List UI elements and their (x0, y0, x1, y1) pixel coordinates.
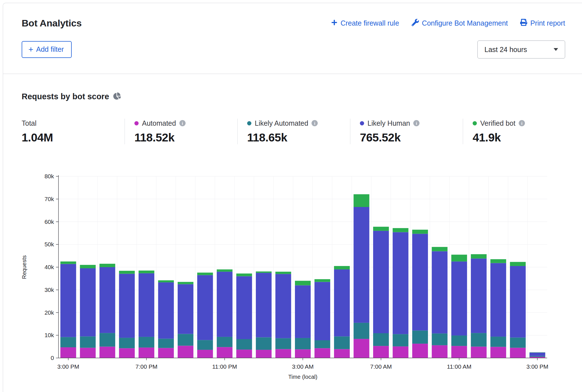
bar-segment (217, 337, 233, 347)
bar-segment (236, 339, 252, 350)
wrench-icon (412, 19, 419, 28)
legend-dot-likely-automated (247, 121, 251, 125)
x-tick-label: 7:00 PM (136, 363, 157, 370)
action-label: Create firewall rule (340, 19, 399, 27)
bar-segment (256, 337, 272, 350)
bar-segment (334, 349, 350, 358)
legend-dot-automated (134, 121, 139, 125)
create-firewall-rule-link[interactable]: Create firewall rule (331, 19, 399, 27)
action-label: Print report (530, 19, 565, 27)
bar-segment (393, 346, 409, 358)
bar-segment (334, 266, 350, 269)
bar-segment (490, 347, 506, 358)
legend-dot-verified-bot (473, 121, 477, 125)
print-report-link[interactable]: Print report (520, 19, 565, 28)
bar-segment (80, 348, 96, 358)
configure-bot-management-link[interactable]: Configure Bot Management (412, 19, 508, 28)
stat-value: 1.04M (22, 131, 125, 144)
bar-segment (471, 347, 487, 358)
bar-segment (393, 228, 409, 232)
info-icon[interactable]: i (519, 120, 525, 126)
bar-segment (139, 348, 154, 358)
bar-segment (139, 337, 154, 348)
y-axis-title: Requests (22, 255, 27, 279)
info-icon[interactable]: i (312, 120, 318, 126)
bar-segment (119, 271, 135, 274)
bar-segment (451, 346, 467, 358)
bar-segment (490, 337, 506, 347)
bar-segment (100, 333, 115, 346)
bar-segment (334, 336, 350, 349)
bar-segment (256, 350, 272, 358)
y-tick-label: 0 (51, 355, 54, 361)
bar-segment (80, 336, 96, 348)
time-range-value: Last 24 hours (484, 46, 527, 54)
bar-segment (217, 272, 233, 337)
bar-segment (100, 264, 115, 267)
requests-by-bot-score-section: Requests by bot score Total 1.04M Automa… (3, 74, 582, 384)
pie-chart-icon (113, 92, 121, 101)
y-tick-label: 60k (44, 218, 54, 225)
bar-segment (373, 346, 389, 358)
x-tick-label: 11:00 PM (212, 363, 237, 370)
bar-segment (529, 353, 545, 356)
requests-chart[interactable]: 010k20k30k40k50k60k70k80k3:00 PM7:00 PM1… (22, 169, 565, 384)
bar-segment (432, 251, 448, 333)
info-icon[interactable]: i (413, 120, 419, 126)
section-title: Requests by bot score (22, 92, 109, 101)
bar-segment (451, 335, 467, 346)
add-filter-button[interactable]: + Add filter (22, 41, 72, 58)
stat-verified-bot: Verified bot i 41.9k (463, 119, 525, 144)
bar-segment (432, 334, 448, 345)
bar-segment (315, 340, 330, 348)
card-header: Bot Analytics Create firewall rule Confi… (3, 3, 582, 74)
bar-segment (100, 267, 115, 333)
stat-likely-automated: Likely Automated i 118.65k (238, 119, 350, 144)
bar-segment (178, 284, 193, 334)
bar-segment (275, 272, 291, 274)
bar-segment (510, 262, 526, 266)
bar-segment (158, 348, 174, 358)
bar-segment (354, 339, 369, 358)
bar-segment (412, 230, 428, 234)
y-tick-label: 50k (44, 241, 54, 247)
bar-segment (412, 344, 428, 358)
bar-segment (471, 254, 487, 258)
stat-label: Total (22, 119, 37, 127)
bar-segment (158, 280, 174, 282)
bar-segment (256, 273, 272, 337)
time-range-select[interactable]: Last 24 hours (477, 40, 565, 58)
bar-segment (178, 346, 193, 358)
bar-segment (119, 338, 135, 348)
stacked-bar-chart[interactable]: 010k20k30k40k50k60k70k80k3:00 PM7:00 PM1… (22, 169, 556, 383)
bar-segment (373, 333, 389, 346)
bar-segment (119, 274, 135, 338)
stat-likely-human: Likely Human i 765.52k (350, 119, 463, 144)
stat-value: 118.65k (247, 131, 350, 144)
bar-segment (295, 285, 311, 338)
bar-segment (510, 337, 526, 348)
bar-segment (275, 338, 291, 349)
y-tick-label: 70k (44, 196, 54, 202)
bar-segment (295, 281, 311, 285)
bar-segment (315, 282, 330, 340)
y-tick-label: 20k (44, 309, 54, 316)
bar-segment (451, 262, 467, 335)
bar-segment (256, 271, 272, 273)
info-icon[interactable]: i (179, 120, 186, 126)
x-axis-title: Time (local) (288, 374, 317, 380)
stat-value: 41.9k (473, 131, 525, 144)
stat-label: Verified bot (480, 119, 515, 127)
x-tick-label: 7:00 AM (370, 363, 392, 370)
x-tick-label: 3:00 AM (292, 363, 313, 370)
action-label: Configure Bot Management (422, 19, 508, 27)
x-tick-label: 3:00 PM (57, 363, 79, 370)
stat-label: Likely Automated (255, 119, 308, 127)
bar-segment (197, 350, 213, 358)
stat-label: Likely Human (367, 119, 410, 127)
bar-segment (275, 349, 291, 358)
stat-label: Automated (142, 119, 176, 127)
bar-segment (451, 255, 467, 262)
add-filter-label: Add filter (36, 45, 64, 53)
bar-segment (119, 348, 135, 358)
